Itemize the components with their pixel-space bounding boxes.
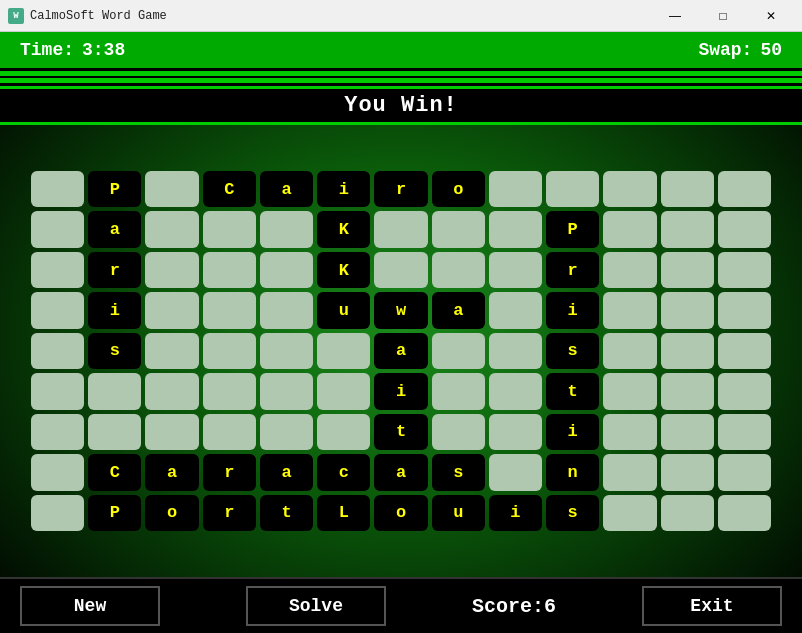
grid-cell[interactable]	[718, 495, 771, 531]
grid-cell[interactable]	[718, 292, 771, 328]
grid-cell[interactable]: s	[88, 333, 141, 369]
grid-cell[interactable]	[203, 211, 256, 247]
grid-cell[interactable]: r	[203, 495, 256, 531]
grid-cell[interactable]	[489, 211, 542, 247]
grid-cell[interactable]: r	[546, 252, 599, 288]
grid-cell[interactable]: s	[546, 495, 599, 531]
grid-cell[interactable]	[31, 292, 84, 328]
grid-cell[interactable]	[260, 211, 313, 247]
grid-cell[interactable]	[203, 292, 256, 328]
grid-cell[interactable]	[432, 211, 485, 247]
grid-cell[interactable]	[661, 211, 714, 247]
grid-cell[interactable]	[718, 252, 771, 288]
grid-cell[interactable]	[145, 211, 198, 247]
grid-cell[interactable]	[661, 171, 714, 207]
grid-cell[interactable]	[260, 373, 313, 409]
grid-cell[interactable]	[489, 171, 542, 207]
grid-cell[interactable]	[661, 373, 714, 409]
grid-cell[interactable]	[603, 171, 656, 207]
exit-button[interactable]: Exit	[642, 586, 782, 626]
grid-cell[interactable]	[661, 252, 714, 288]
grid-cell[interactable]	[432, 373, 485, 409]
grid-cell[interactable]	[31, 454, 84, 490]
grid-cell[interactable]	[603, 292, 656, 328]
grid-cell[interactable]: s	[432, 454, 485, 490]
grid-cell[interactable]	[31, 414, 84, 450]
grid-cell[interactable]	[145, 252, 198, 288]
grid-cell[interactable]: u	[432, 495, 485, 531]
grid-cell[interactable]	[260, 414, 313, 450]
grid-cell[interactable]	[203, 252, 256, 288]
grid-cell[interactable]	[661, 495, 714, 531]
grid-cell[interactable]	[31, 373, 84, 409]
grid-cell[interactable]	[317, 333, 370, 369]
solve-button[interactable]: Solve	[246, 586, 386, 626]
grid-cell[interactable]	[489, 373, 542, 409]
grid-cell[interactable]	[661, 292, 714, 328]
grid-cell[interactable]	[718, 454, 771, 490]
grid-cell[interactable]: L	[317, 495, 370, 531]
grid-cell[interactable]	[489, 333, 542, 369]
grid-cell[interactable]	[432, 252, 485, 288]
grid-cell[interactable]: o	[145, 495, 198, 531]
grid-cell[interactable]	[603, 495, 656, 531]
grid-cell[interactable]: i	[546, 292, 599, 328]
grid-cell[interactable]	[88, 373, 141, 409]
grid-cell[interactable]	[489, 414, 542, 450]
grid-cell[interactable]: P	[88, 495, 141, 531]
grid-cell[interactable]: r	[203, 454, 256, 490]
grid-cell[interactable]: r	[374, 171, 427, 207]
grid-cell[interactable]	[31, 171, 84, 207]
grid-cell[interactable]	[88, 414, 141, 450]
grid-cell[interactable]: K	[317, 252, 370, 288]
grid-cell[interactable]: r	[88, 252, 141, 288]
grid-cell[interactable]: a	[145, 454, 198, 490]
grid-cell[interactable]	[661, 333, 714, 369]
minimize-button[interactable]: —	[652, 2, 698, 30]
grid-cell[interactable]	[489, 454, 542, 490]
grid-cell[interactable]: c	[317, 454, 370, 490]
grid-cell[interactable]	[718, 211, 771, 247]
grid-cell[interactable]: t	[374, 414, 427, 450]
grid-cell[interactable]	[432, 414, 485, 450]
grid-cell[interactable]	[145, 373, 198, 409]
grid-cell[interactable]	[603, 252, 656, 288]
grid-cell[interactable]: P	[88, 171, 141, 207]
grid-cell[interactable]: a	[374, 454, 427, 490]
grid-cell[interactable]	[203, 333, 256, 369]
grid-cell[interactable]	[603, 454, 656, 490]
grid-cell[interactable]	[31, 333, 84, 369]
grid-cell[interactable]	[317, 414, 370, 450]
grid-cell[interactable]	[145, 171, 198, 207]
close-button[interactable]: ✕	[748, 2, 794, 30]
grid-cell[interactable]: a	[432, 292, 485, 328]
grid-cell[interactable]	[603, 414, 656, 450]
grid-cell[interactable]	[145, 292, 198, 328]
grid-cell[interactable]: o	[432, 171, 485, 207]
grid-cell[interactable]	[145, 333, 198, 369]
grid-cell[interactable]	[260, 333, 313, 369]
maximize-button[interactable]: □	[700, 2, 746, 30]
grid-cell[interactable]: K	[317, 211, 370, 247]
grid-cell[interactable]: i	[317, 171, 370, 207]
grid-cell[interactable]	[317, 373, 370, 409]
new-button[interactable]: New	[20, 586, 160, 626]
grid-cell[interactable]	[603, 333, 656, 369]
grid-cell[interactable]	[31, 211, 84, 247]
grid-cell[interactable]: i	[546, 414, 599, 450]
grid-cell[interactable]	[374, 211, 427, 247]
grid-cell[interactable]	[31, 495, 84, 531]
grid-cell[interactable]	[661, 414, 714, 450]
grid-cell[interactable]: a	[260, 171, 313, 207]
grid-cell[interactable]	[603, 211, 656, 247]
grid-cell[interactable]	[603, 373, 656, 409]
grid-cell[interactable]	[489, 292, 542, 328]
grid-cell[interactable]: a	[88, 211, 141, 247]
grid-cell[interactable]	[489, 252, 542, 288]
grid-cell[interactable]: u	[317, 292, 370, 328]
grid-cell[interactable]	[260, 292, 313, 328]
grid-cell[interactable]: o	[374, 495, 427, 531]
grid-cell[interactable]	[260, 252, 313, 288]
grid-cell[interactable]	[718, 414, 771, 450]
grid-cell[interactable]	[718, 171, 771, 207]
